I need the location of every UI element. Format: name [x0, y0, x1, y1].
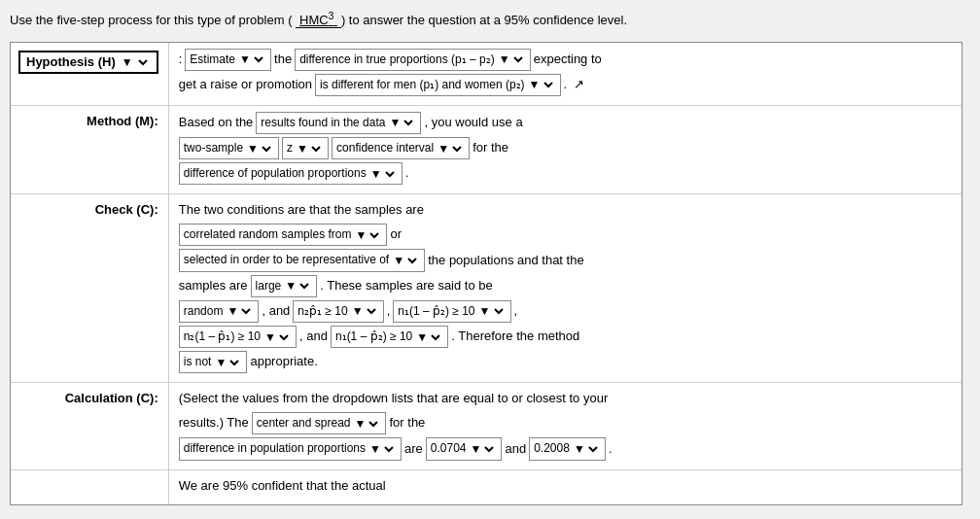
- correlated-dropdown-box[interactable]: correlated random samples from ▼: [179, 224, 388, 246]
- n1-1-p2-select[interactable]: ▼: [475, 303, 507, 319]
- two-conditions-text: The two conditions are that the samples …: [179, 200, 424, 221]
- results-select[interactable]: ▼: [385, 115, 416, 130]
- calc-line1: (Select the values from the dropdown lis…: [179, 389, 952, 409]
- n2-1-p1-select[interactable]: ▼: [261, 329, 292, 345]
- five-step-table: Hypothesis (H) ▼ : Estimate ▼ the differ…: [10, 42, 962, 506]
- calculation-row: Calculation (C): (Select the values from…: [11, 383, 962, 469]
- estimate-dropdown-box[interactable]: Estimate ▼: [185, 49, 271, 71]
- footer-line: We are 95% confident that the actual: [179, 476, 952, 497]
- select-values-text: (Select the values from the dropdown lis…: [179, 389, 609, 409]
- intro-text1: Use the five-step process for this type …: [10, 13, 292, 27]
- check-label: Check (C):: [95, 202, 158, 217]
- and-text1: , and: [262, 301, 290, 322]
- two-sample-label: two-sample: [184, 139, 243, 157]
- confidence-select[interactable]: ▼: [434, 141, 465, 156]
- check-line1: The two conditions are that the samples …: [179, 200, 952, 221]
- two-sample-dropdown-box[interactable]: two-sample ▼: [179, 137, 279, 159]
- n1-1-p2b-dropdown-box[interactable]: n₁(1 – p̂₂) ≥ 10 ▼: [331, 326, 448, 348]
- method-line2: two-sample ▼ z ▼ confidence interval ▼ f…: [179, 137, 952, 159]
- the-populations-text: the populations and that the: [428, 251, 583, 271]
- z-select[interactable]: ▼: [293, 141, 324, 156]
- value1-dropdown-box[interactable]: 0.0704 ▼: [426, 437, 503, 460]
- or-text: or: [390, 225, 402, 245]
- calculation-label-cell: Calculation (C):: [11, 383, 168, 469]
- random-select[interactable]: ▼: [223, 303, 254, 319]
- n2-1-p1-label: n₂(1 – p̂₁) ≥ 10: [184, 328, 261, 346]
- value1-select[interactable]: ▼: [466, 441, 497, 457]
- check-line4: samples are large ▼ . These samples are …: [179, 275, 952, 297]
- footer-text: We are 95% confident that the actual: [179, 476, 386, 497]
- center-spread-dropdown-box[interactable]: center and spread ▼: [252, 412, 387, 434]
- large-label: large: [256, 277, 282, 295]
- method-row: Method (M): Based on the results found i…: [11, 105, 962, 194]
- expecting-text: expecting to: [534, 50, 602, 70]
- is-not-dropdown-box[interactable]: is not ▼: [179, 351, 248, 373]
- n1-1-p2b-label: n₁(1 – p̂₂) ≥ 10: [335, 328, 412, 346]
- intro-line: Use the five-step process for this type …: [10, 10, 962, 30]
- difference-of-select[interactable]: ▼: [367, 166, 398, 182]
- difference-select[interactable]: ▼: [495, 52, 526, 67]
- confidence-dropdown-box[interactable]: confidence interval ▼: [332, 137, 470, 159]
- method-line1: Based on the results found in the data ▼…: [179, 112, 952, 134]
- hypothesis-label-box[interactable]: Hypothesis (H) ▼: [18, 51, 158, 74]
- check-row: Check (C): The two conditions are that t…: [11, 194, 962, 383]
- are-text: are: [404, 439, 423, 460]
- n2p1-dropdown-box[interactable]: n₂p̂₁ ≥ 10 ▼: [293, 300, 383, 323]
- large-select[interactable]: ▼: [281, 278, 312, 294]
- two-sample-select[interactable]: ▼: [243, 141, 274, 156]
- appropriate-text: appropriate.: [250, 352, 317, 372]
- n1-1-p2-dropdown-box[interactable]: n₁(1 – p̂₂) ≥ 10 ▼: [393, 300, 510, 323]
- method-line3: difference of population proportions ▼ .: [179, 162, 952, 185]
- check-line2: correlated random samples from ▼ or: [179, 224, 952, 246]
- center-spread-label: center and spread: [257, 414, 351, 432]
- therefore-text: . Therefore the method: [451, 327, 579, 347]
- correlated-select[interactable]: ▼: [351, 227, 382, 243]
- selected-dropdown-box[interactable]: selected in order to be representative o…: [179, 249, 425, 271]
- method-label: Method (M):: [87, 114, 158, 128]
- the-text: the: [274, 50, 292, 70]
- selected-select[interactable]: ▼: [389, 253, 420, 268]
- n1-1-p2b-select[interactable]: ▼: [412, 329, 443, 345]
- random-dropdown-box[interactable]: random ▼: [179, 300, 260, 323]
- for-the-text: for the: [472, 138, 508, 158]
- difference-of-dropdown-box[interactable]: difference of population proportions ▼: [179, 162, 402, 185]
- calc-for-the-text: for the: [389, 413, 425, 433]
- results-dropdown-box[interactable]: results found in the data ▼: [256, 112, 421, 134]
- center-spread-select[interactable]: ▼: [350, 416, 381, 432]
- footer-row: We are 95% confident that the actual: [11, 469, 962, 504]
- these-samples-text: . These samples are said to be: [320, 276, 493, 296]
- value2-select[interactable]: ▼: [570, 441, 601, 457]
- n2-1-p1-dropdown-box[interactable]: n₂(1 – p̂₁) ≥ 10 ▼: [179, 326, 297, 348]
- large-dropdown-box[interactable]: large ▼: [251, 275, 318, 297]
- value1-label: 0.0704: [431, 439, 467, 458]
- difference-dropdown-box[interactable]: difference in true proportions (p₁ – p₂)…: [295, 49, 531, 71]
- check-content: The two conditions are that the samples …: [168, 194, 962, 383]
- hypothesis-dropdown[interactable]: ▼: [116, 54, 151, 70]
- value2-dropdown-box[interactable]: 0.2008 ▼: [529, 437, 606, 460]
- diff-in-label: difference in population proportions: [184, 439, 366, 458]
- hypothesis-line1: : Estimate ▼ the difference in true prop…: [179, 49, 952, 71]
- is-different-dropdown-box[interactable]: is different for men (p₁) and women (p₂)…: [315, 74, 561, 96]
- is-different-select[interactable]: ▼: [525, 77, 556, 92]
- diff-in-dropdown-box[interactable]: difference in population proportions ▼: [179, 437, 402, 460]
- footer-label-cell: [11, 469, 168, 504]
- diff-in-select[interactable]: ▼: [366, 441, 397, 457]
- random-label: random: [184, 302, 224, 321]
- calc-line2: results.) The center and spread ▼ for th…: [179, 412, 952, 434]
- n2p1-select[interactable]: ▼: [348, 303, 379, 319]
- estimate-select[interactable]: ▼: [235, 52, 266, 67]
- samples-are-text: samples are: [179, 276, 248, 296]
- check-line7: is not ▼ appropriate.: [179, 351, 952, 373]
- period3: .: [609, 439, 612, 460]
- is-not-select[interactable]: ▼: [211, 355, 242, 370]
- get-raise-text: get a raise or promotion: [179, 75, 312, 95]
- estimate-label: Estimate: [190, 51, 235, 69]
- steps-table: Hypothesis (H) ▼ : Estimate ▼ the differ…: [11, 43, 962, 505]
- main-container: Use the five-step process for this type …: [10, 10, 962, 505]
- hypothesis-label: Hypothesis (H): [26, 54, 116, 69]
- is-not-label: is not: [184, 353, 212, 371]
- method-label-cell: Method (M):: [11, 105, 168, 194]
- correlated-label: correlated random samples from: [184, 225, 352, 244]
- footer-content: We are 95% confident that the actual: [168, 469, 962, 504]
- z-dropdown-box[interactable]: z ▼: [282, 137, 329, 159]
